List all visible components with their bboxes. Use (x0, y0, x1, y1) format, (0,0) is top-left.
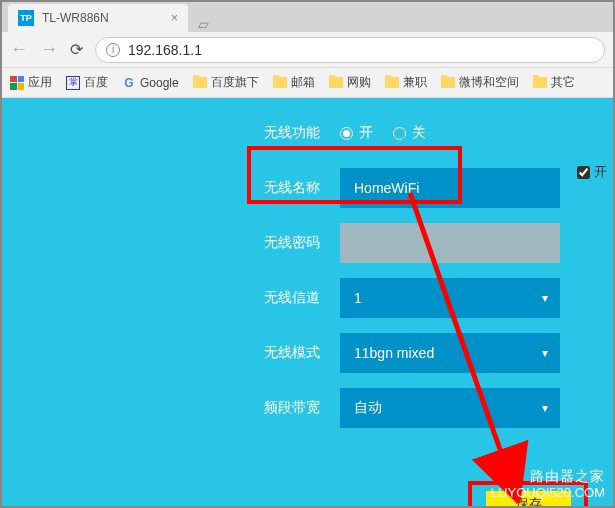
mode-value: 11bgn mixed (354, 345, 434, 361)
url-text: 192.168.1.1 (128, 42, 202, 58)
browser-tab[interactable]: TP TL-WR886N × (8, 4, 188, 32)
bookmarks-bar: 应用 掌百度 GGoogle 百度旗下 邮箱 网购 兼职 微博和空间 其它 (0, 68, 615, 98)
watermark: 路由器之家 LUYOUQI520.COM (491, 467, 605, 502)
bandwidth-value: 自动 (354, 399, 382, 417)
folder-icon (273, 77, 287, 88)
folder-icon (329, 77, 343, 88)
folder-icon (441, 77, 455, 88)
ssid-input[interactable] (354, 180, 546, 196)
close-icon[interactable]: × (171, 11, 178, 25)
checkbox-input[interactable] (577, 166, 590, 179)
google-icon: G (122, 76, 136, 90)
radio-off[interactable]: 关 (393, 124, 426, 142)
side-checkbox[interactable]: 开 (577, 163, 607, 181)
row-bandwidth: 频段带宽 自动 ▾ (0, 388, 615, 428)
row-channel: 无线信道 1 ▾ (0, 278, 615, 318)
mode-label: 无线模式 (0, 344, 340, 362)
bookmark-folder[interactable]: 其它 (533, 74, 575, 91)
chevron-down-icon: ▾ (542, 291, 548, 305)
apps-shortcut[interactable]: 应用 (10, 74, 52, 91)
bookmark-baidu[interactable]: 掌百度 (66, 74, 108, 91)
bandwidth-label: 频段带宽 (0, 399, 340, 417)
channel-select[interactable]: 1 ▾ (340, 278, 560, 318)
apps-label: 应用 (28, 74, 52, 91)
folder-icon (533, 77, 547, 88)
ssid-field[interactable] (340, 168, 560, 208)
browser-tab-strip: TP TL-WR886N × ▱ (0, 0, 615, 32)
row-password: 无线密码 (0, 223, 615, 263)
row-ssid: 无线名称 (0, 168, 615, 208)
chevron-down-icon: ▾ (542, 346, 548, 360)
bookmark-folder[interactable]: 网购 (329, 74, 371, 91)
wireless-func-label: 无线功能 (0, 124, 340, 142)
info-icon[interactable]: i (106, 43, 120, 57)
browser-toolbar: ← → ⟳ i 192.168.1.1 (0, 32, 615, 68)
bookmark-folder[interactable]: 百度旗下 (193, 74, 259, 91)
tab-favicon: TP (18, 10, 34, 26)
bookmark-folder[interactable]: 微博和空间 (441, 74, 519, 91)
ssid-label: 无线名称 (0, 179, 340, 197)
row-mode: 无线模式 11bgn mixed ▾ (0, 333, 615, 373)
bookmark-folder[interactable]: 兼职 (385, 74, 427, 91)
password-input[interactable] (354, 235, 546, 251)
channel-label: 无线信道 (0, 289, 340, 307)
bookmark-google[interactable]: GGoogle (122, 76, 179, 90)
radio-icon (340, 127, 353, 140)
row-wireless-func: 无线功能 开 关 (0, 113, 615, 153)
folder-icon (385, 77, 399, 88)
wireless-func-radio-group: 开 关 (340, 124, 426, 142)
forward-icon[interactable]: → (40, 39, 58, 60)
tab-title: TL-WR886N (42, 11, 109, 25)
mode-select[interactable]: 11bgn mixed ▾ (340, 333, 560, 373)
apps-icon (10, 76, 24, 90)
new-tab-button[interactable]: ▱ (188, 16, 219, 32)
bandwidth-select[interactable]: 自动 ▾ (340, 388, 560, 428)
password-field[interactable] (340, 223, 560, 263)
bookmark-folder[interactable]: 邮箱 (273, 74, 315, 91)
address-bar[interactable]: i 192.168.1.1 (95, 37, 605, 63)
chevron-down-icon: ▾ (542, 401, 548, 415)
channel-value: 1 (354, 290, 362, 306)
baidu-icon: 掌 (66, 76, 80, 90)
back-icon[interactable]: ← (10, 39, 28, 60)
folder-icon (193, 77, 207, 88)
radio-icon (393, 127, 406, 140)
radio-on[interactable]: 开 (340, 124, 373, 142)
reload-icon[interactable]: ⟳ (70, 40, 83, 59)
password-label: 无线密码 (0, 234, 340, 252)
router-page: 无线功能 开 关 无线名称 无线密码 无线信道 1 ▾ 无线模式 11bgn m… (0, 98, 615, 508)
